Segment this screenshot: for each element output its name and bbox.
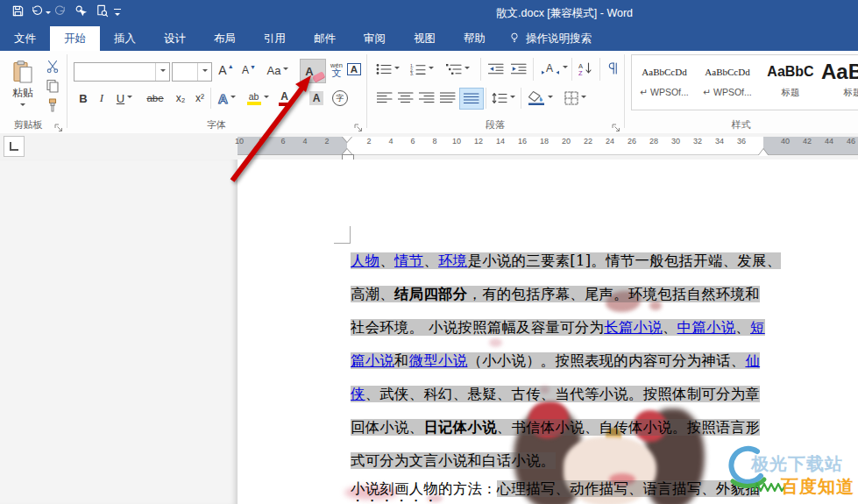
style-name: 标题 <box>821 87 858 99</box>
customize-qat-button[interactable] <box>114 9 121 10</box>
distribute-icon <box>464 93 479 105</box>
phonetic-guide-button[interactable]: wén 文 <box>328 57 345 83</box>
tab-file[interactable]: 文件 <box>0 26 50 51</box>
align-left-button[interactable] <box>375 89 394 107</box>
undo-dropdown-caret[interactable] <box>46 11 51 17</box>
multilevel-list-button[interactable] <box>442 60 473 79</box>
ruler-number: 16 <box>518 137 527 146</box>
picture-blob <box>427 494 443 502</box>
enclose-characters-button[interactable]: 字 <box>330 89 351 108</box>
picture-blob <box>344 486 399 500</box>
style-name: 标题 <box>763 87 818 99</box>
watermark-site-text: 极光下载站 <box>751 452 843 476</box>
tab-stop-selector[interactable] <box>4 136 25 157</box>
sort-icon: AZ <box>578 61 592 75</box>
align-right-button[interactable] <box>417 89 436 107</box>
style-item[interactable]: AaBbC标题 <box>763 59 818 106</box>
bullets-button[interactable] <box>373 60 401 79</box>
right-indent-marker[interactable] <box>758 144 769 156</box>
style-item[interactable]: AaBbC标题 <box>821 59 858 106</box>
style-item[interactable]: AaBbCcDd↵ WPSOf... <box>637 59 691 106</box>
bullets-caret <box>394 67 400 72</box>
numbering-caret <box>429 67 434 72</box>
touch-mouse-mode-button[interactable] <box>74 5 89 20</box>
distribute-button[interactable] <box>459 88 484 110</box>
group-divider <box>624 54 625 128</box>
tab-references[interactable]: 引用 <box>250 26 300 51</box>
save-button[interactable] <box>11 5 25 20</box>
tab-layout[interactable]: 布局 <box>200 26 250 51</box>
underline-button[interactable]: U <box>112 89 137 107</box>
style-gallery: AaBbCcDd↵ WPSOf...AaBbCcDd↵ WPSOf...AaBb… <box>631 54 858 110</box>
undo-button[interactable] <box>30 5 45 20</box>
font-name-caret[interactable] <box>155 63 169 81</box>
increase-indent-button[interactable] <box>508 60 529 79</box>
redo-button[interactable] <box>53 5 67 20</box>
cut-icon <box>46 60 60 74</box>
tab-view[interactable]: 视图 <box>400 26 450 51</box>
strikethrough-button[interactable]: abe <box>142 89 168 107</box>
font-size-combobox[interactable] <box>172 62 212 82</box>
ruler-number: 34 <box>715 137 724 146</box>
paragraph-dialog-launcher[interactable] <box>612 120 622 131</box>
small-divider <box>486 88 486 109</box>
print-preview-button[interactable] <box>95 5 110 20</box>
asian-layout-icon: A <box>541 61 560 75</box>
svg-text:3.: 3. <box>410 71 414 75</box>
title-bar: 散文.docx [兼容模式] - Word <box>0 0 858 26</box>
document-background <box>0 160 238 504</box>
print-preview-icon <box>96 4 109 21</box>
tab-help[interactable]: 帮助 <box>450 26 500 51</box>
subscript-label: x₂ <box>176 92 186 104</box>
character-border-label: A <box>347 63 361 75</box>
superscript-button[interactable]: x² <box>191 89 209 107</box>
small-divider <box>480 58 481 81</box>
lightbulb-icon <box>508 32 526 46</box>
enclose-characters-label: 字 <box>332 90 348 106</box>
font-name-value <box>74 63 155 81</box>
subscript-button[interactable]: x₂ <box>172 89 189 107</box>
font-name-combobox[interactable] <box>74 62 170 82</box>
tab-home[interactable]: 开始 <box>50 26 100 51</box>
ruler-number: 36 <box>737 137 746 146</box>
style-sample: AaBbCcDd <box>700 59 755 85</box>
justify-button[interactable] <box>438 89 457 107</box>
small-divider <box>599 58 600 81</box>
tab-insert[interactable]: 插入 <box>100 26 150 51</box>
character-border-button[interactable]: A <box>345 59 363 80</box>
font-size-caret[interactable] <box>197 63 211 81</box>
font-dialog-launcher[interactable] <box>354 120 365 131</box>
line-spacing-button[interactable] <box>489 88 517 109</box>
bold-button[interactable]: B <box>75 89 91 107</box>
style-name: ↵ WPSOf... <box>637 87 691 97</box>
shading-button[interactable] <box>524 87 556 109</box>
tab-review[interactable]: 审阅 <box>350 26 400 51</box>
multilevel-list-icon <box>446 63 462 75</box>
picture-face <box>564 437 656 504</box>
ruler-number: 6 <box>410 137 415 146</box>
paste-button[interactable]: 粘贴 <box>5 55 40 113</box>
style-sample: AaBbC <box>821 59 858 85</box>
show-hide-marks-button[interactable] <box>603 58 622 79</box>
italic-button[interactable]: I <box>95 89 109 107</box>
phonetic-bottom-label: 文 <box>332 68 342 78</box>
sort-button[interactable]: AZ <box>575 58 596 79</box>
style-item[interactable]: AaBbCcDd↵ WPSOf... <box>700 59 755 106</box>
decrease-indent-button[interactable] <box>486 60 507 79</box>
align-center-button[interactable] <box>396 89 415 107</box>
customize-qat-caret[interactable] <box>115 13 120 18</box>
clipboard-dialog-launcher[interactable] <box>54 120 65 131</box>
line-spacing-caret <box>510 96 515 101</box>
style-name: ↵ WPSOf... <box>700 87 755 97</box>
numbering-button[interactable]: 1.2.3. <box>407 60 436 79</box>
asian-layout-button[interactable]: A <box>538 58 570 79</box>
format-painter-button[interactable] <box>42 96 63 114</box>
tab-mailings[interactable]: 邮件 <box>300 26 350 51</box>
copy-button[interactable] <box>42 77 63 95</box>
tab-design[interactable]: 设计 <box>150 26 200 51</box>
watermark-brand-text: 百度知道 <box>781 475 854 499</box>
cut-button[interactable] <box>42 58 63 75</box>
ruler-number: 44 <box>825 137 833 146</box>
borders-button[interactable] <box>559 88 591 109</box>
tell-me-box[interactable]: 操作说明搜索 <box>508 26 592 51</box>
